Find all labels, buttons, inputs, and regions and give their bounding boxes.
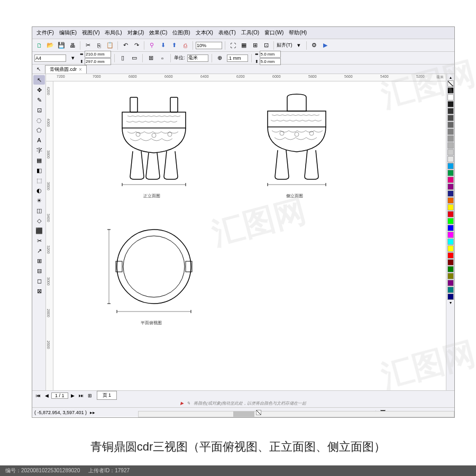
menu-file[interactable]: 文件(F) xyxy=(34,28,56,38)
tool-button-13[interactable]: ◫ xyxy=(33,206,45,215)
cut-icon[interactable]: ✂ xyxy=(83,41,93,50)
tool-button-4[interactable]: ◌ xyxy=(33,115,45,125)
rulers-icon[interactable]: ▦ xyxy=(239,41,249,50)
vertical-ruler[interactable]: 420040003800360034003200300028002600 xyxy=(46,81,53,390)
color-swatch[interactable] xyxy=(447,232,454,238)
color-swatch[interactable] xyxy=(447,149,454,155)
color-swatch[interactable] xyxy=(447,163,454,169)
menu-object[interactable]: 对象(J) xyxy=(125,28,147,38)
menu-layout[interactable]: 布局(L) xyxy=(103,28,124,38)
menu-bitmap[interactable]: 位图(B) xyxy=(170,28,192,38)
color-swatch[interactable] xyxy=(447,239,454,245)
color-swatch[interactable] xyxy=(447,108,454,114)
color-swatch[interactable] xyxy=(447,170,454,176)
menu-effect[interactable]: 效果(C) xyxy=(147,28,169,38)
tool-button-12[interactable]: ☀ xyxy=(33,196,45,205)
grid-icon[interactable]: ⊞ xyxy=(250,41,260,50)
dropdown-icon[interactable]: ▾ xyxy=(68,53,78,63)
menu-window[interactable]: 窗口(W) xyxy=(262,28,286,38)
color-swatch[interactable] xyxy=(447,287,454,293)
undo-icon[interactable]: ↶ xyxy=(121,41,130,50)
color-swatch[interactable] xyxy=(447,197,454,204)
color-swatch[interactable] xyxy=(447,177,454,183)
welcome-tab-icon[interactable]: ↖ xyxy=(34,66,43,72)
color-swatch[interactable] xyxy=(447,204,454,210)
drawing-side-view[interactable]: 侧立面图 xyxy=(244,92,350,198)
menu-text[interactable]: 文本(X) xyxy=(194,28,215,38)
color-swatch[interactable] xyxy=(447,184,454,190)
dropdown-icon[interactable]: ▾ xyxy=(294,41,304,50)
tool-button-1[interactable]: ✥ xyxy=(33,85,45,95)
redo-icon[interactable]: ↷ xyxy=(132,41,141,50)
page-height-input[interactable] xyxy=(85,58,111,65)
portrait-icon[interactable]: ▯ xyxy=(118,53,127,63)
color-swatch[interactable] xyxy=(447,115,454,121)
add-page-icon[interactable]: ⊞ xyxy=(86,393,94,398)
drawing-top-view[interactable]: 平面俯视图 xyxy=(101,219,207,325)
units-combo[interactable] xyxy=(187,54,208,62)
export-icon[interactable]: ⬆ xyxy=(169,41,179,50)
tool-button-7[interactable]: 字 xyxy=(33,145,45,155)
paste-icon[interactable]: 📋 xyxy=(105,41,115,50)
document-tab[interactable]: 青铜鼎圆.cdr × xyxy=(45,65,87,74)
color-swatch[interactable] xyxy=(447,94,454,100)
color-swatch[interactable] xyxy=(447,142,454,149)
first-page-icon[interactable]: ⏮ xyxy=(34,393,42,398)
color-swatch[interactable] xyxy=(447,122,454,128)
prev-page-icon[interactable]: ◀ xyxy=(43,393,50,398)
color-swatch[interactable] xyxy=(447,225,454,231)
color-swatch[interactable] xyxy=(447,190,454,197)
color-swatch[interactable] xyxy=(447,135,454,142)
color-swatch[interactable] xyxy=(447,87,454,94)
menu-view[interactable]: 视图(V) xyxy=(80,28,102,38)
new-icon[interactable]: 🗋 xyxy=(34,41,44,50)
color-swatch[interactable] xyxy=(447,294,454,300)
menu-tools[interactable]: 工具(O) xyxy=(239,28,261,38)
search-icon[interactable]: ⚲ xyxy=(147,41,157,50)
tool-button-17[interactable]: ↗ xyxy=(33,246,45,255)
copy-icon[interactable]: ⎘ xyxy=(94,41,104,50)
next-page-icon[interactable]: ▶ xyxy=(69,393,76,398)
tool-button-14[interactable]: ◇ xyxy=(33,216,45,225)
tool-button-21[interactable]: ⊠ xyxy=(33,286,45,296)
tool-button-19[interactable]: ⊟ xyxy=(33,266,45,276)
duplicate-x-input[interactable] xyxy=(260,51,281,58)
fullscreen-icon[interactable]: ⛶ xyxy=(228,41,237,50)
zoom-combo[interactable] xyxy=(196,42,222,49)
horizontal-ruler[interactable]: 毫米 7200700068006600640062006000580056005… xyxy=(46,74,446,81)
color-swatch[interactable] xyxy=(447,218,454,224)
tool-button-11[interactable]: ◐ xyxy=(33,186,45,195)
color-swatch[interactable] xyxy=(447,266,454,272)
current-page-icon[interactable]: ▫ xyxy=(158,53,167,63)
drawing-front-view[interactable]: 正立面图 xyxy=(101,92,207,198)
color-swatch[interactable] xyxy=(447,245,454,252)
tool-button-8[interactable]: ▦ xyxy=(33,155,45,165)
options-icon[interactable]: ⚙ xyxy=(309,41,319,50)
tool-button-6[interactable]: A xyxy=(33,135,45,145)
tool-button-20[interactable]: ◻ xyxy=(33,276,45,286)
last-page-icon[interactable]: ⏭ xyxy=(77,393,85,398)
tool-button-16[interactable]: ✂ xyxy=(33,236,45,245)
page-width-input[interactable] xyxy=(85,51,111,58)
color-swatch[interactable] xyxy=(447,80,454,87)
palette-up-icon[interactable]: ▴ xyxy=(447,75,453,80)
color-swatch[interactable] xyxy=(447,259,454,266)
close-icon[interactable]: × xyxy=(79,67,82,72)
landscape-icon[interactable]: ▭ xyxy=(130,53,139,63)
color-swatch[interactable] xyxy=(447,101,454,107)
color-swatch[interactable] xyxy=(447,211,454,217)
all-pages-icon[interactable]: ⊞ xyxy=(146,53,155,63)
tool-button-10[interactable]: ⬚ xyxy=(33,176,45,185)
tool-button-5[interactable]: ⬠ xyxy=(33,125,45,135)
tool-button-9[interactable]: ◧ xyxy=(33,166,45,175)
palette-down-icon[interactable]: ▾ xyxy=(447,300,453,305)
tool-button-0[interactable]: ↖ xyxy=(33,75,45,85)
color-swatch[interactable] xyxy=(447,280,454,286)
tool-button-15[interactable]: ⬛ xyxy=(33,226,45,235)
paper-size-combo[interactable] xyxy=(34,54,66,62)
color-swatch[interactable] xyxy=(447,156,454,162)
print-icon[interactable]: 🖶 xyxy=(68,41,77,50)
canvas[interactable]: 正立面图 xyxy=(53,81,446,390)
color-swatch[interactable] xyxy=(447,273,454,279)
tool-button-2[interactable]: ✎ xyxy=(33,95,45,105)
